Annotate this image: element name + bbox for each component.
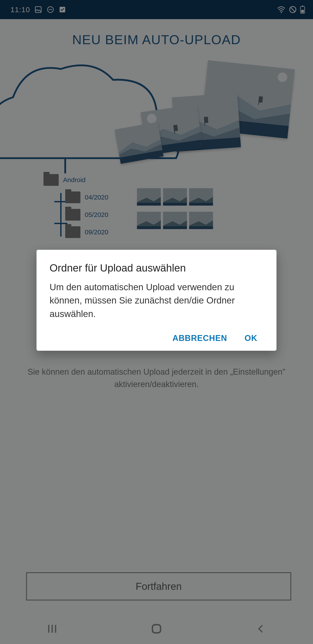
select-folder-dialog: Ordner für Upload auswählen Um den autom… [36, 250, 277, 351]
dialog-actions: ABBRECHEN OK [49, 334, 264, 343]
cancel-button[interactable]: ABBRECHEN [172, 334, 227, 343]
dialog-title: Ordner für Upload auswählen [49, 262, 264, 274]
cancel-button-label: ABBRECHEN [172, 334, 227, 343]
ok-button[interactable]: OK [245, 334, 257, 343]
ok-button-label: OK [245, 334, 257, 343]
dialog-body: Um den automatischen Upload verwenden zu… [49, 280, 264, 320]
